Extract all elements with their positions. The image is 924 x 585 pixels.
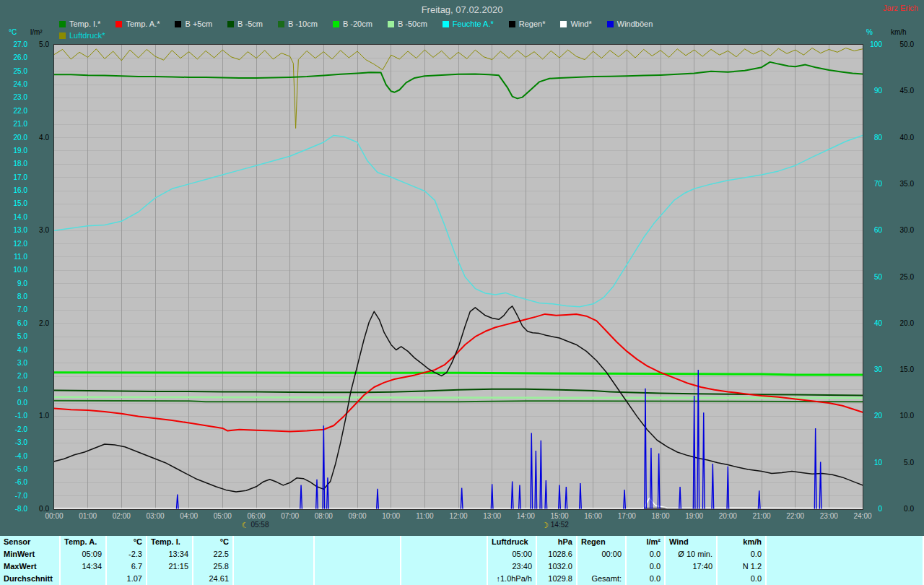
table-cell: Regen bbox=[578, 536, 627, 548]
legend-label: Feuchte A.* bbox=[453, 20, 494, 28]
axis-tick: 23.0 bbox=[1, 94, 27, 101]
x-axis-label: 21:00 bbox=[745, 512, 778, 520]
legend-swatch bbox=[59, 21, 66, 27]
x-axis-label: 14:00 bbox=[509, 512, 542, 520]
table-cell: °C bbox=[193, 536, 234, 548]
axis-tick: -1.0 bbox=[1, 412, 27, 420]
axis-tick: 6.0 bbox=[1, 320, 27, 327]
x-axis-label: 05:00 bbox=[206, 512, 239, 520]
table-cell: 05:09 bbox=[61, 548, 107, 560]
x-axis-label: 16:00 bbox=[577, 512, 610, 520]
page-title: Freitag, 07.02.2020 bbox=[0, 4, 924, 15]
table-cell: N 1.2 bbox=[718, 560, 767, 573]
axis-tick: 50 bbox=[865, 274, 882, 281]
axis-tick: 1.0 bbox=[1, 386, 27, 394]
table-cell: Luftdruck bbox=[488, 536, 537, 548]
legend-swatch bbox=[278, 21, 284, 27]
axis-tick: 14.0 bbox=[1, 214, 27, 221]
axis-tick: 25.0 bbox=[886, 274, 914, 281]
table-cell bbox=[767, 536, 924, 548]
table-cell: 25.8 bbox=[193, 560, 234, 573]
gust-spike bbox=[300, 485, 302, 509]
x-axis-label: 11:00 bbox=[408, 512, 441, 520]
axis-tick: 20.0 bbox=[886, 320, 914, 327]
axis-tick: 11.0 bbox=[1, 254, 27, 261]
axis-tick: -6.0 bbox=[1, 479, 27, 486]
table-cell bbox=[666, 573, 718, 585]
legend-item-windb-en[interactable]: Windböen bbox=[607, 20, 653, 28]
axis-tick: -3.0 bbox=[1, 439, 27, 446]
table-cell: km/h bbox=[718, 536, 767, 548]
axis-tick: 1.0 bbox=[30, 412, 49, 420]
legend-swatch bbox=[560, 21, 567, 27]
gust-spike bbox=[758, 490, 760, 508]
legend-label: Temp. A.* bbox=[126, 20, 160, 28]
axis-tick: 22.0 bbox=[1, 108, 27, 115]
legend-item-b-5cm[interactable]: B +5cm bbox=[175, 20, 212, 28]
table-cell: 13:34 bbox=[147, 548, 193, 560]
credit-label: Jarz Erich bbox=[883, 4, 918, 12]
axis-tick: 60 bbox=[865, 227, 882, 234]
axis-tick: 100 bbox=[865, 41, 882, 48]
axis-tick: 90 bbox=[865, 87, 882, 95]
gust-spike bbox=[658, 454, 660, 509]
gust-spike bbox=[702, 412, 705, 508]
marker-time: 14:52 bbox=[551, 521, 569, 529]
legend-label: Luftdruck* bbox=[69, 31, 105, 40]
x-axis-label: 22:00 bbox=[779, 512, 812, 520]
gust-spike bbox=[177, 494, 179, 508]
gust-spike bbox=[565, 487, 567, 508]
gust-spike bbox=[697, 370, 699, 508]
legend-item-b-5cm[interactable]: B -5cm bbox=[227, 20, 263, 28]
table-cell: 05:00 bbox=[488, 548, 537, 560]
x-axis-label: 04:00 bbox=[173, 512, 206, 520]
gust-spike bbox=[645, 389, 647, 509]
table-cell: l/m² bbox=[627, 536, 666, 548]
legend-item-temp-a[interactable]: Temp. A.* bbox=[116, 20, 160, 28]
gust-spike bbox=[814, 428, 816, 508]
axis-tick: 5.0 bbox=[30, 41, 49, 48]
axis-tick: 13.0 bbox=[1, 227, 27, 234]
axis-tick: 5.0 bbox=[1, 333, 27, 340]
table-cell bbox=[315, 536, 401, 548]
legend-item-wind[interactable]: Wind* bbox=[560, 20, 591, 28]
legend-item-regen[interactable]: Regen* bbox=[509, 20, 546, 28]
legend-label: B -10cm bbox=[288, 20, 318, 28]
legend-item-temp-i[interactable]: Temp. I.* bbox=[59, 20, 100, 28]
table-cell bbox=[767, 573, 924, 585]
axis-tick: 20.0 bbox=[1, 134, 27, 142]
axis-tick: 40.0 bbox=[886, 134, 914, 142]
legend-item-b-10cm[interactable]: B -10cm bbox=[278, 20, 318, 28]
axis-tick: 19.0 bbox=[1, 147, 27, 155]
moon-icon: ☾ bbox=[242, 521, 249, 529]
legend-label: Windböen bbox=[617, 20, 653, 28]
moonrise-marker: ☽14:52 bbox=[541, 521, 569, 529]
axis-tick: 45.0 bbox=[886, 87, 914, 95]
table-cell: 1032.0 bbox=[537, 560, 578, 573]
legend-item-b-50cm[interactable]: B -50cm bbox=[388, 20, 427, 28]
gust-spike bbox=[545, 480, 547, 508]
table-cell: ↑1.0hPa/h bbox=[488, 573, 537, 585]
axis-tick: 50.0 bbox=[886, 41, 914, 48]
table-cell: 00:00 bbox=[578, 548, 627, 560]
table-cell bbox=[315, 560, 401, 573]
axis-tick: 16.0 bbox=[1, 187, 27, 194]
moon-icon: ☽ bbox=[541, 521, 549, 529]
legend-item-feuchte-a[interactable]: Feuchte A.* bbox=[443, 20, 494, 28]
axis-tick: 3.0 bbox=[30, 227, 49, 234]
axis-tick: -4.0 bbox=[1, 453, 27, 460]
legend-item-b-20cm[interactable]: B -20cm bbox=[333, 20, 372, 28]
legend-swatch bbox=[607, 21, 614, 27]
x-axis-label: 00:00 bbox=[38, 512, 71, 520]
x-axis-label: 09:00 bbox=[341, 512, 374, 520]
table-cell bbox=[401, 573, 488, 585]
table-cell bbox=[401, 548, 488, 560]
legend-item-luftdruck[interactable]: Luftdruck* bbox=[59, 31, 105, 40]
table-cell bbox=[401, 560, 488, 573]
axis-tick: 20 bbox=[865, 412, 882, 420]
axis-tick: 3.0 bbox=[1, 360, 27, 367]
axis-tick: 10 bbox=[865, 459, 882, 467]
gust-spike bbox=[540, 441, 542, 509]
axis-tick: 27.0 bbox=[1, 41, 27, 48]
gust-spike bbox=[377, 489, 379, 509]
